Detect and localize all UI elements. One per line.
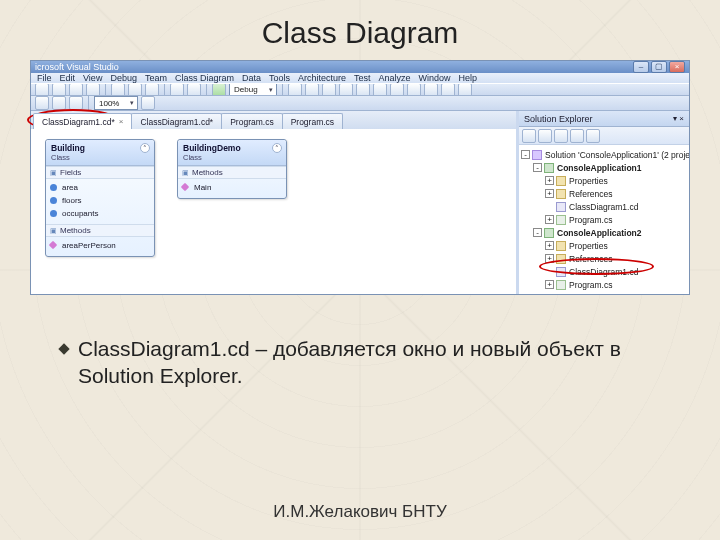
class-box-building[interactable]: Building Class ˄ Fields area floors occu… [45,139,155,257]
config-value: Debug [234,85,258,94]
toolbar-button[interactable] [305,83,319,96]
toolbar-button[interactable] [407,83,421,96]
tree-project-1[interactable]: - ConsoleApplication1 [521,161,687,174]
field-floors[interactable]: floors [62,194,150,207]
zoom-dropdown[interactable]: 100% [94,96,138,110]
solution-tree[interactable]: - Solution 'ConsoleApplication1' (2 proj… [519,145,689,294]
toolbar-button[interactable] [111,83,125,96]
toolbar-button[interactable] [145,83,159,96]
toolbar-button[interactable] [69,83,83,96]
section-methods[interactable]: Methods [46,224,154,237]
tab-classdiagram1[interactable]: ClassDiagram1.cd* [131,113,222,129]
expander-icon[interactable]: + [545,254,554,263]
tree-item-classdiagram-cd[interactable]: ClassDiagram1.cd [521,200,687,213]
config-dropdown[interactable]: Debug [229,83,277,96]
toolbar-separator [105,83,106,96]
method-main[interactable]: Main [194,181,282,194]
toolbar-button[interactable] [141,96,155,110]
class-diagram-canvas[interactable]: Building Class ˄ Fields area floors occu… [31,129,516,294]
close-button[interactable]: × [669,61,685,73]
expander-icon[interactable]: + [545,215,554,224]
tree-item-properties[interactable]: +Properties [521,174,687,187]
class-box-buildingdemo[interactable]: BuildingDemo Class ˄ Methods Main [177,139,287,199]
toolbar-button[interactable] [554,129,568,143]
tree-item-references[interactable]: +References [521,187,687,200]
class-header[interactable]: BuildingDemo Class ˄ [178,140,286,166]
menu-item-analyze[interactable]: Analyze [379,73,411,83]
field-area[interactable]: area [62,181,150,194]
window-titlebar[interactable]: icrosoft Visual Studio – ▢ × [31,61,689,73]
tree-label: ClassDiagram1.cd [569,202,638,212]
expander-icon[interactable]: - [533,163,542,172]
minimize-button[interactable]: – [633,61,649,73]
toolbar-button[interactable] [86,83,100,96]
tree-project-2[interactable]: - ConsoleApplication2 [521,226,687,239]
toolbar-button[interactable] [570,129,584,143]
menu-item-data[interactable]: Data [242,73,261,83]
toolbar-button[interactable] [458,83,472,96]
expander-icon[interactable]: + [545,189,554,198]
expander-icon[interactable]: - [533,228,542,237]
menu-item-test[interactable]: Test [354,73,371,83]
menu-item-file[interactable]: File [37,73,52,83]
solution-explorer-title[interactable]: Solution Explorer ▾ × [519,111,689,127]
tree-item-classdiagram-cd[interactable]: ClassDiagram1.cd [521,265,687,278]
menu-item-team[interactable]: Team [145,73,167,83]
start-debug-button[interactable] [212,83,226,96]
toolbar-button[interactable] [288,83,302,96]
tab-program-cs[interactable]: Program.cs [221,113,282,129]
collapse-icon[interactable]: ˄ [140,143,150,153]
tree-item-program-cs[interactable]: +Program.cs [521,213,687,226]
section-fields[interactable]: Fields [46,166,154,179]
tree-item-program-cs[interactable]: +Program.cs [521,278,687,291]
tree-item-references[interactable]: +References [521,252,687,265]
toolbar-button[interactable] [322,83,336,96]
tab-program-cs[interactable]: Program.cs [282,113,343,129]
toolbar-button[interactable] [390,83,404,96]
toolbar-button[interactable] [128,83,142,96]
toolbar-button[interactable] [522,129,536,143]
menu-item-help[interactable]: Help [459,73,478,83]
toolbar-button[interactable] [52,83,66,96]
toolbar-button[interactable] [170,83,184,96]
menu-item-window[interactable]: Window [419,73,451,83]
toolbar-button[interactable] [35,83,49,96]
toolbar-button[interactable] [35,96,49,110]
toolbar-button[interactable] [538,129,552,143]
toolbar-button[interactable] [52,96,66,110]
close-icon[interactable]: × [119,117,124,126]
menu-bar[interactable]: File Edit View Debug Team Class Diagram … [31,73,689,83]
expander-icon[interactable]: + [545,176,554,185]
menu-item-edit[interactable]: Edit [60,73,76,83]
field-occupants[interactable]: occupants [62,207,150,220]
tab-classdiagram1-active[interactable]: ClassDiagram1.cd*× [33,113,132,129]
menu-item-view[interactable]: View [83,73,102,83]
toolbar-button[interactable] [69,96,83,110]
method-areaperperson[interactable]: areaPerPerson [62,239,150,252]
window-title: icrosoft Visual Studio [35,62,119,72]
folder-icon [556,176,566,186]
toolbar-button[interactable] [339,83,353,96]
toolbar-button[interactable] [424,83,438,96]
menu-item-tools[interactable]: Tools [269,73,290,83]
menu-item-debug[interactable]: Debug [110,73,137,83]
toolbar-button[interactable] [187,83,201,96]
tree-solution-root[interactable]: - Solution 'ConsoleApplication1' (2 proj… [521,148,687,161]
maximize-button[interactable]: ▢ [651,61,667,73]
menu-item-architecture[interactable]: Architecture [298,73,346,83]
toolbar-button[interactable] [441,83,455,96]
panel-dropdown-icon[interactable]: ▾ × [673,114,684,123]
section-methods[interactable]: Methods [178,166,286,179]
tree-item-properties[interactable]: +Properties [521,239,687,252]
expander-icon[interactable]: + [545,241,554,250]
toolbar-button[interactable] [373,83,387,96]
toolbar-separator [164,83,165,96]
toolbar-button[interactable] [356,83,370,96]
expander-icon[interactable]: - [521,150,530,159]
toolbar-button[interactable] [586,129,600,143]
window-buttons: – ▢ × [633,61,685,73]
class-header[interactable]: Building Class ˄ [46,140,154,166]
menu-item-classdiagram[interactable]: Class Diagram [175,73,234,83]
expander-icon[interactable]: + [545,280,554,289]
collapse-icon[interactable]: ˄ [272,143,282,153]
